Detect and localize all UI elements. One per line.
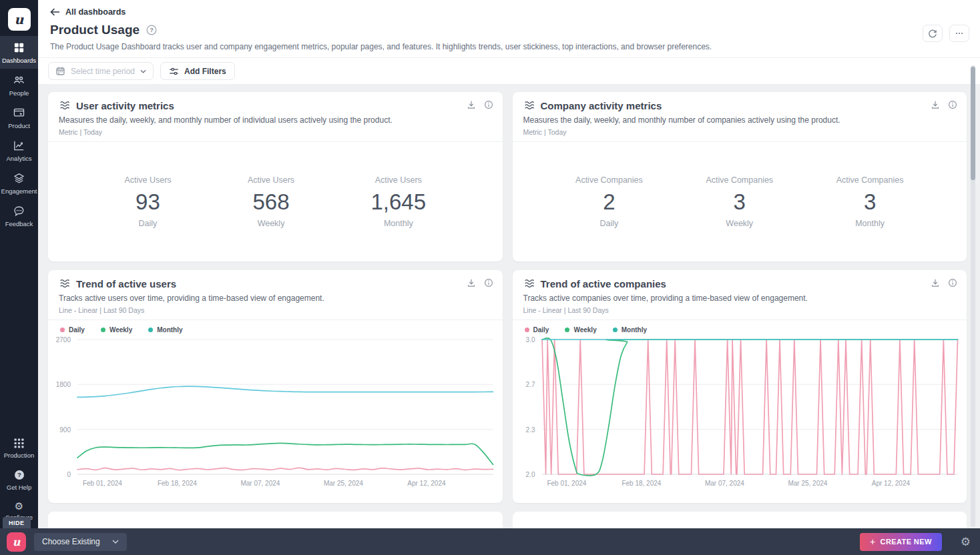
- chart-legend: DailyWeeklyMonthly: [48, 320, 503, 335]
- userpilot-logo-badge[interactable]: u: [7, 532, 26, 552]
- filter-bar: Select time period Add Filters: [38, 57, 980, 84]
- sidebar-item-people[interactable]: People: [0, 69, 38, 101]
- download-icon[interactable]: [467, 100, 476, 109]
- builder-bottom-bar: u Choose Existing + CREATE NEW ⚙: [0, 528, 980, 555]
- metric-label: Active Companies: [836, 175, 904, 185]
- plus-icon: +: [870, 536, 876, 547]
- metric-label: Active Users: [124, 175, 171, 185]
- scrollbar-thumb[interactable]: [971, 67, 975, 180]
- line-chart-active-users: DailyWeeklyMonthly 090018002700 Feb 01, …: [48, 320, 503, 489]
- hide-bar-button[interactable]: HIDE: [3, 517, 31, 528]
- metric-period: Daily: [139, 219, 158, 228]
- metric-weekly: Active Users 568 Weekly: [248, 175, 294, 228]
- legend-item-weekly[interactable]: Weekly: [101, 326, 132, 334]
- refresh-button[interactable]: [923, 25, 943, 42]
- legend-dot: [148, 328, 153, 332]
- dashboard-grid: User activity metrics Measures the daily…: [38, 84, 980, 528]
- y-tick-label: 2700: [56, 336, 71, 344]
- back-arrow-icon: [50, 8, 60, 16]
- metric-label: Active Users: [248, 175, 294, 185]
- metric-waves-icon: [59, 99, 71, 111]
- engagement-icon: [13, 172, 25, 185]
- settings-gear-icon[interactable]: ⚙: [961, 536, 971, 548]
- metric-value: 1,645: [371, 191, 426, 213]
- info-icon[interactable]: [484, 100, 493, 109]
- metric-value: 3: [864, 191, 876, 213]
- download-icon[interactable]: [931, 100, 940, 109]
- download-icon[interactable]: [931, 278, 940, 288]
- legend-dot: [101, 328, 105, 332]
- add-filters-button[interactable]: Add Filters: [160, 62, 235, 80]
- people-icon: [13, 74, 25, 87]
- time-period-placeholder: Select time period: [71, 67, 135, 76]
- card-title: Trend of active companies: [541, 278, 666, 290]
- x-tick-label: Apr 12, 2024: [407, 480, 445, 487]
- sidebar-item-label: Analytics: [6, 155, 31, 162]
- metric-period: Monthly: [855, 219, 885, 228]
- info-icon[interactable]: [484, 278, 493, 288]
- chart-legend: DailyWeeklyMonthly: [513, 320, 967, 335]
- x-tick-label: Feb 18, 2024: [622, 480, 661, 487]
- sidebar-item-engagement[interactable]: Engagement: [0, 167, 38, 199]
- userpilot-logo[interactable]: u: [8, 8, 31, 31]
- create-new-button[interactable]: + CREATE NEW: [860, 533, 942, 551]
- help-circle-icon: ?: [13, 469, 25, 481]
- product-icon: [13, 107, 25, 119]
- x-tick-label: Mar 07, 2024: [240, 480, 280, 487]
- chevron-down-icon: [112, 540, 119, 544]
- sidebar-item-get-help[interactable]: ? Get Help: [0, 464, 38, 496]
- legend-item-daily[interactable]: Daily: [525, 326, 549, 334]
- sidebar: u Dashboards People Product: [0, 0, 38, 555]
- sidebar-item-analytics[interactable]: Analytics: [0, 134, 38, 167]
- x-tick-label: Feb 01, 2024: [547, 480, 586, 487]
- sidebar-item-product[interactable]: Product: [0, 101, 38, 134]
- sidebar-spacer: [0, 232, 38, 432]
- choose-existing-dropdown[interactable]: Choose Existing: [34, 533, 127, 551]
- time-period-select[interactable]: Select time period: [48, 62, 154, 80]
- card-trend-active-users: Trend of active users Tracks active user…: [48, 270, 503, 503]
- sidebar-item-label: Feedback: [5, 220, 33, 227]
- chart-plot-area: 090018002700: [77, 340, 493, 474]
- back-link[interactable]: All dashboards: [50, 7, 964, 17]
- gear-icon: ⚙: [15, 501, 23, 511]
- legend-item-monthly[interactable]: Monthly: [148, 326, 182, 334]
- legend-item-monthly[interactable]: Monthly: [613, 326, 647, 334]
- sidebar-item-label: People: [9, 89, 29, 97]
- svg-text:?: ?: [17, 471, 21, 478]
- card-meta: Metric | Today: [59, 128, 493, 136]
- metric-period: Weekly: [258, 219, 285, 228]
- card-trend-active-companies: Trend of active companies Tracks active …: [513, 270, 967, 503]
- legend-item-daily[interactable]: Daily: [60, 326, 85, 334]
- sidebar-item-feedback[interactable]: Feedback: [0, 199, 38, 232]
- legend-item-weekly[interactable]: Weekly: [565, 326, 596, 334]
- sidebar-item-production[interactable]: Production: [0, 432, 38, 464]
- more-options-button[interactable]: [949, 25, 969, 42]
- y-tick-label: 1800: [56, 381, 71, 388]
- metric-value: 568: [252, 191, 289, 213]
- y-tick-label: 2.0: [526, 471, 535, 478]
- help-icon[interactable]: ?: [146, 25, 157, 35]
- metric-waves-icon: [59, 278, 71, 290]
- analytics-icon: [13, 139, 25, 152]
- y-tick-label: 2.7: [526, 381, 535, 388]
- legend-label: Daily: [533, 326, 549, 334]
- card-title: User activity metrics: [76, 100, 174, 111]
- metric-value: 3: [734, 191, 746, 213]
- card-user-activity-metrics: User activity metrics Measures the daily…: [48, 92, 503, 261]
- legend-dot: [60, 328, 65, 332]
- download-icon[interactable]: [467, 278, 476, 288]
- card-description: Measures the daily, weekly, and monthly …: [59, 115, 493, 125]
- sidebar-item-dashboards[interactable]: Dashboards: [0, 36, 38, 69]
- page-title: Product Usage: [50, 23, 140, 37]
- sidebar-item-label: Get Help: [7, 484, 32, 491]
- legend-label: Weekly: [573, 326, 596, 334]
- main-area: All dashboards Product Usage ? The Produ…: [38, 0, 980, 528]
- page-description: The Product Usage Dashboard tracks user …: [50, 42, 964, 51]
- info-icon[interactable]: [948, 278, 957, 288]
- feedback-icon: [13, 205, 25, 217]
- y-tick-label: 2.3: [526, 426, 535, 433]
- info-icon[interactable]: [948, 100, 957, 109]
- metric-label: Active Companies: [575, 175, 643, 185]
- vertical-scrollbar[interactable]: [971, 65, 975, 527]
- y-tick-label: 900: [59, 426, 71, 433]
